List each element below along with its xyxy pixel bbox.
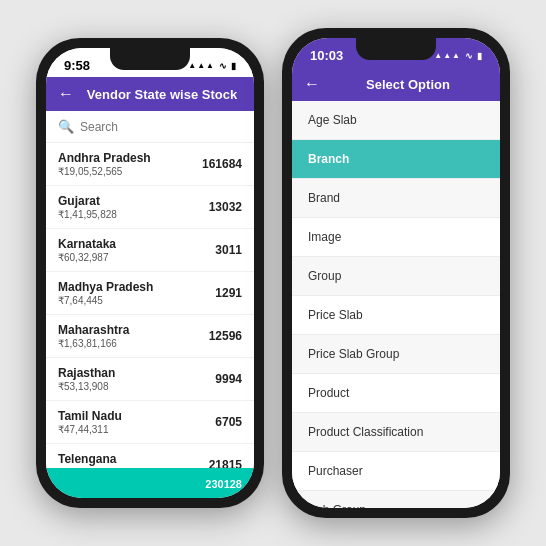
item-value: ₹1,63,81,166 [58, 338, 129, 349]
list-item[interactable]: Maharashtra ₹1,63,81,166 12596 [46, 315, 254, 358]
option-item[interactable]: Purchaser [292, 452, 500, 491]
list-item[interactable]: Rajasthan ₹53,13,908 9994 [46, 358, 254, 401]
item-name: Gujarat [58, 194, 117, 208]
notch [110, 48, 190, 70]
list-item[interactable]: Tamil Nadu ₹47,44,311 6705 [46, 401, 254, 444]
list-item[interactable]: Telengana ₹1,45,71,145 21815 [46, 444, 254, 468]
header-bar-2: ← Select Option [292, 67, 500, 101]
stock-list: Andhra Pradesh ₹19,05,52,565 161684 Guja… [46, 143, 254, 468]
footer-total: 230128 [205, 478, 242, 490]
item-count: 6705 [215, 415, 242, 429]
item-count: 9994 [215, 372, 242, 386]
item-name: Karnataka [58, 237, 116, 251]
item-value: ₹53,13,908 [58, 381, 115, 392]
notch-2 [356, 38, 436, 60]
item-value: ₹1,41,95,828 [58, 209, 117, 220]
battery-icon-2: ▮ [477, 51, 482, 61]
time-2: 10:03 [310, 48, 343, 63]
option-item[interactable]: Age Slab [292, 101, 500, 140]
options-list: Age SlabBranchBrandImageGroupPrice SlabP… [292, 101, 500, 508]
phone-2: 10:03 ▲▲▲ ∿ ▮ ← Select Option Age SlabBr… [282, 28, 510, 518]
list-item[interactable]: Andhra Pradesh ₹19,05,52,565 161684 [46, 143, 254, 186]
list-item[interactable]: Madhya Pradesh ₹7,64,445 1291 [46, 272, 254, 315]
item-value: ₹7,64,445 [58, 295, 153, 306]
back-button-1[interactable]: ← [58, 85, 74, 103]
page-title-1: Vendor State wise Stock [82, 87, 242, 102]
search-bar: 🔍 [46, 111, 254, 143]
option-item[interactable]: Group [292, 257, 500, 296]
option-item[interactable]: Brand [292, 179, 500, 218]
status-icons-1: ▲▲▲ ∿ ▮ [188, 61, 236, 71]
option-item[interactable]: Product Classification [292, 413, 500, 452]
header-bar-1: ← Vendor State wise Stock [46, 77, 254, 111]
status-icons-2: ▲▲▲ ∿ ▮ [434, 51, 482, 61]
search-icon: 🔍 [58, 119, 74, 134]
phone-1: 9:58 ▲▲▲ ∿ ▮ ← Vendor State wise Stock 🔍 [36, 38, 264, 508]
item-left: Andhra Pradesh ₹19,05,52,565 [58, 151, 151, 177]
option-item[interactable]: Image [292, 218, 500, 257]
option-item[interactable]: Price Slab [292, 296, 500, 335]
option-item[interactable]: Product [292, 374, 500, 413]
back-button-2[interactable]: ← [304, 75, 320, 93]
item-left: Rajasthan ₹53,13,908 [58, 366, 115, 392]
signal-icon-1: ▲▲▲ [188, 61, 215, 70]
item-name: Rajasthan [58, 366, 115, 380]
item-count: 3011 [215, 243, 242, 257]
item-value: ₹47,44,311 [58, 424, 122, 435]
item-left: Gujarat ₹1,41,95,828 [58, 194, 117, 220]
item-left: Tamil Nadu ₹47,44,311 [58, 409, 122, 435]
item-value: ₹19,05,52,565 [58, 166, 151, 177]
option-item[interactable]: Sub Group [292, 491, 500, 508]
option-item[interactable]: Branch [292, 140, 500, 179]
wifi-icon-1: ∿ [219, 61, 227, 71]
item-count: 13032 [209, 200, 242, 214]
page-title-2: Select Option [328, 77, 488, 92]
search-input[interactable] [80, 120, 242, 134]
battery-icon-1: ▮ [231, 61, 236, 71]
list-item[interactable]: Gujarat ₹1,41,95,828 13032 [46, 186, 254, 229]
item-name: Tamil Nadu [58, 409, 122, 423]
list-item[interactable]: Karnataka ₹60,32,987 3011 [46, 229, 254, 272]
time-1: 9:58 [64, 58, 90, 73]
item-name: Madhya Pradesh [58, 280, 153, 294]
item-left: Telengana ₹1,45,71,145 [58, 452, 117, 468]
footer-bar: 230128 [46, 468, 254, 498]
option-item[interactable]: Price Slab Group [292, 335, 500, 374]
item-left: Madhya Pradesh ₹7,64,445 [58, 280, 153, 306]
item-count: 12596 [209, 329, 242, 343]
signal-icon-2: ▲▲▲ [434, 51, 461, 60]
item-name: Andhra Pradesh [58, 151, 151, 165]
item-left: Karnataka ₹60,32,987 [58, 237, 116, 263]
item-left: Maharashtra ₹1,63,81,166 [58, 323, 129, 349]
item-name: Maharashtra [58, 323, 129, 337]
item-value: ₹60,32,987 [58, 252, 116, 263]
item-name: Telengana [58, 452, 117, 466]
wifi-icon-2: ∿ [465, 51, 473, 61]
item-count: 1291 [215, 286, 242, 300]
item-count: 21815 [209, 458, 242, 468]
item-count: 161684 [202, 157, 242, 171]
